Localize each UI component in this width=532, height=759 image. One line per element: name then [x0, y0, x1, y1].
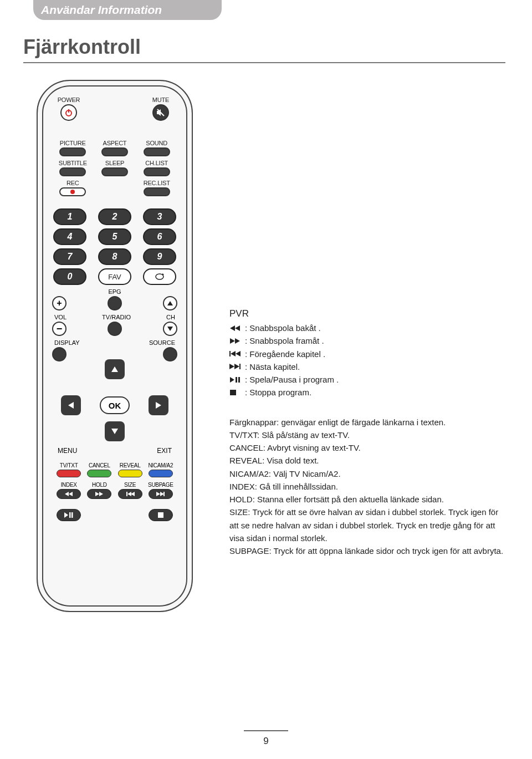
nicam-label: NICAM/A2: [148, 462, 173, 468]
stop-icon: [157, 512, 164, 518]
arrow-left-button[interactable]: [61, 395, 81, 415]
source-button[interactable]: [163, 347, 177, 361]
num-7[interactable]: 7: [53, 248, 86, 265]
tvtxt-button[interactable]: [57, 470, 81, 477]
power-label: POWER: [58, 96, 80, 103]
next-icon: [229, 363, 241, 370]
pvr-text: : Nästa kapitel.: [245, 360, 300, 373]
num-5[interactable]: 5: [98, 228, 131, 245]
desc-line: CANCEL: Avbryt visning av text-TV.: [229, 441, 505, 454]
title-rule: [23, 62, 505, 63]
aspect-button[interactable]: [101, 147, 128, 156]
sleep-label: SLEEP: [105, 160, 124, 166]
play-pause-icon: [229, 376, 241, 383]
cancel-button[interactable]: [87, 470, 111, 477]
size-label: SIZE: [124, 482, 136, 488]
tvradio-button[interactable]: [108, 322, 122, 336]
play-pause-button[interactable]: [57, 509, 81, 521]
hold-label: HOLD: [92, 482, 107, 488]
desc-line: TV/TXT: Slå på/stäng av text-TV.: [229, 429, 505, 441]
sleep-button[interactable]: [101, 167, 128, 176]
display-button[interactable]: [52, 347, 66, 361]
num-6[interactable]: 6: [143, 228, 176, 245]
svg-rect-12: [230, 390, 236, 395]
reclist-button[interactable]: [144, 187, 170, 196]
num-9[interactable]: 9: [143, 248, 176, 265]
desc-line: HOLD: Stanna eller fortsätt på den aktue…: [229, 493, 505, 506]
svg-rect-5: [69, 512, 71, 518]
header-title: Användar Information: [41, 3, 162, 16]
subtitle-button[interactable]: [59, 167, 86, 176]
mute-button[interactable]: [152, 104, 169, 121]
down-arrow-icon: [111, 428, 119, 435]
num-8[interactable]: 8: [98, 248, 131, 265]
fav-button[interactable]: FAV: [98, 268, 131, 285]
vol-label: VOL: [54, 314, 66, 320]
play-pause-icon: [64, 512, 74, 518]
picture-stack: PICTURE: [52, 140, 94, 156]
pvr-text: : Föregående kapitel .: [245, 348, 325, 360]
svg-rect-3: [126, 492, 127, 496]
subtitle-label: SUBTITLE: [59, 160, 87, 166]
num-2[interactable]: 2: [98, 208, 131, 225]
sound-button[interactable]: [144, 147, 170, 156]
desc-line: NICAM/A2: Välj TV Nicam/A2.: [229, 467, 505, 480]
ok-button[interactable]: OK: [100, 396, 130, 414]
ch-down-button[interactable]: [163, 322, 177, 336]
epg-button[interactable]: [108, 296, 122, 310]
svg-rect-7: [158, 512, 163, 518]
nicam-button[interactable]: [149, 470, 173, 477]
sleep-stack: SLEEP: [94, 160, 136, 176]
index-button[interactable]: [57, 489, 81, 499]
menu-label: MENU: [58, 447, 77, 455]
remote-control: POWER MUTE PICTURE: [37, 80, 193, 612]
pvr-list: : Snabbspola bakåt . : Snabbspola framåt…: [229, 322, 505, 399]
exit-label: EXIT: [157, 447, 172, 455]
pvr-heading: PVR: [229, 308, 505, 319]
loop-icon: [154, 272, 166, 282]
desc-line: REVEAL: Visa dold text.: [229, 454, 505, 467]
prev-icon: [126, 491, 135, 497]
arrow-right-button[interactable]: [149, 395, 168, 415]
picture-button[interactable]: [59, 147, 86, 156]
right-arrow-icon: [155, 401, 162, 409]
index-label: INDEX: [61, 482, 77, 488]
stop-button[interactable]: [149, 509, 173, 521]
svg-rect-9: [239, 364, 241, 369]
svg-rect-8: [229, 351, 231, 356]
ch-up-button[interactable]: [163, 296, 177, 310]
arrow-down-button[interactable]: [105, 421, 125, 441]
num-4[interactable]: 4: [53, 228, 86, 245]
mute-label: MUTE: [152, 96, 169, 103]
nav-cluster: OK: [52, 369, 177, 441]
vol-minus-button[interactable]: −: [52, 322, 66, 336]
num-1[interactable]: 1: [53, 208, 86, 225]
pvr-text: : Snabbspola bakåt .: [245, 322, 321, 334]
chlist-button[interactable]: [144, 167, 170, 176]
pvr-item: : Nästa kapitel.: [229, 360, 505, 373]
vol-plus-button[interactable]: +: [52, 296, 66, 310]
arrow-up-button[interactable]: [105, 359, 125, 379]
reveal-button[interactable]: [118, 470, 142, 477]
header-band: Användar Information: [33, 0, 222, 20]
subtitle-stack: SUBTITLE: [52, 160, 94, 176]
num-0[interactable]: 0: [53, 268, 86, 285]
aspect-label: ASPECT: [103, 140, 127, 146]
reclist-label: REC.LIST: [144, 180, 170, 186]
hold-button[interactable]: [87, 489, 111, 499]
cancel-label: CANCEL: [89, 462, 110, 468]
tvradio-label: TV/RADIO: [102, 314, 131, 320]
tvtxt-label: TV/TXT: [60, 462, 78, 468]
subpage-label: SUBPAGE: [148, 482, 173, 488]
loop-button[interactable]: [143, 268, 176, 285]
ffwd-icon: [229, 338, 241, 344]
num-3[interactable]: 3: [143, 208, 176, 225]
subpage-button[interactable]: [149, 489, 173, 499]
size-button[interactable]: [118, 489, 142, 499]
power-button[interactable]: [60, 104, 77, 121]
pvr-item: : Stoppa program.: [229, 386, 505, 399]
svg-rect-11: [238, 377, 240, 383]
ch-label: CH: [166, 314, 175, 320]
stop-icon: [229, 389, 237, 396]
rec-button[interactable]: [59, 187, 86, 196]
